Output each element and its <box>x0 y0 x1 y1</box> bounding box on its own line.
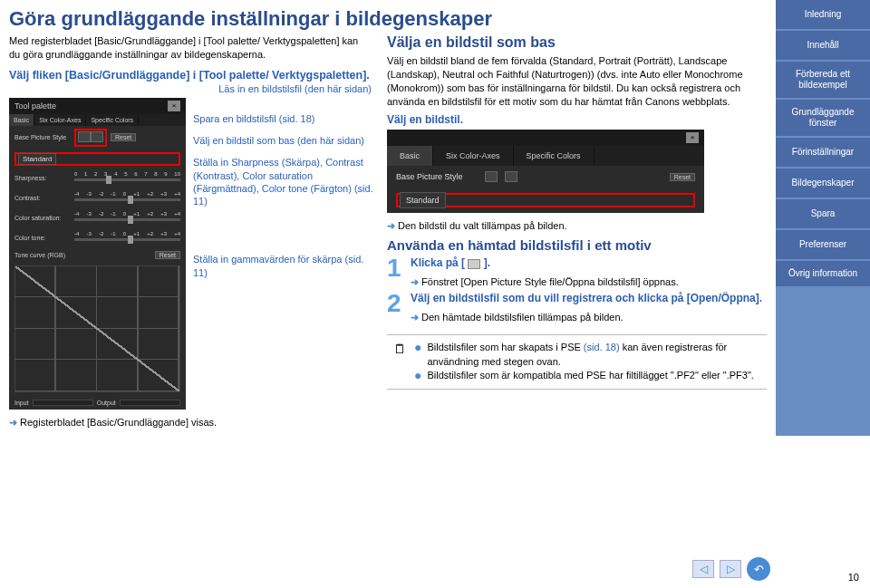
prev-page-button[interactable]: ◁ <box>692 560 714 578</box>
read-style-link[interactable]: Läs in en bildstilsfil (den här sidan) <box>9 83 372 94</box>
tool-palette-figure: Tool palette × Basic Six Color-Axes Spec… <box>9 98 186 410</box>
step2-note: Den hämtade bildstilsfilen tillämpas på … <box>411 312 767 323</box>
annot-gamma[interactable]: Ställa in gammavärden för skärpa (sid. 1… <box>193 253 376 279</box>
output-label: Output <box>97 400 116 406</box>
note-icon: 🗒 <box>391 341 409 382</box>
register-note: Registerbladet [Basic/Grundläggande] vis… <box>9 417 376 429</box>
close-icon: × <box>686 132 699 143</box>
save-file-icon <box>505 171 517 182</box>
reset-button: Reset <box>670 173 695 181</box>
nav-save[interactable]: Spara <box>776 199 870 228</box>
output-box <box>120 400 180 406</box>
save-file-icon <box>91 131 103 142</box>
highlight-box <box>74 129 107 147</box>
open-file-icon <box>78 131 91 142</box>
base-style-label: Base Picture Style <box>14 134 71 140</box>
tab-specific: Specific Colors <box>86 114 139 126</box>
highlight-box-select: Standard <box>14 152 180 166</box>
step-number: 1 <box>387 256 409 279</box>
back-button[interactable]: ↶ <box>747 557 770 581</box>
tab-basic: Basic <box>387 146 433 166</box>
nav-presets[interactable]: Förinställningar <box>776 138 870 167</box>
section-body: Välj en bildstil bland de fem förvalda (… <box>387 54 767 108</box>
section-title: Välja en bildstil som bas <box>387 34 767 51</box>
style-select: Standard <box>18 153 56 165</box>
reset-curve-button: Reset <box>155 251 180 259</box>
nav-intro[interactable]: Inledning <box>776 0 870 29</box>
step-instruction: Välj fliken [Basic/Grundläggande] i [Too… <box>9 69 372 82</box>
sharpness-slider: 012345678910 <box>74 171 180 186</box>
nav-other[interactable]: Övrig information <box>776 261 870 286</box>
next-page-button[interactable]: ▷ <box>720 560 741 578</box>
annot-save[interactable]: Spara en bildstilsfil (sid. 18) <box>193 112 376 125</box>
reset-button: Reset <box>111 133 136 141</box>
nav-prefs[interactable]: Preferenser <box>776 230 870 259</box>
step1-note: Fönstret [Open Picture Style file/Öppna … <box>411 276 767 288</box>
saturation-slider: -4-3-2-10+1+2+3+4 <box>74 211 180 226</box>
tone-slider: -4-3-2-10+1+2+3+4 <box>74 231 180 246</box>
tone-label: Color tone: <box>14 235 71 241</box>
tab-six-color: Six Color-Axes <box>34 114 86 126</box>
annot-sharpness[interactable]: Ställa in Sharpness (Skärpa), Contrast (… <box>193 156 376 207</box>
page-nav: ◁ ▷ ↶ <box>692 557 770 581</box>
tab-specific: Specific Colors <box>514 146 594 166</box>
panel-title: Tool palette <box>14 101 56 111</box>
bullet-icon: ● <box>414 369 421 382</box>
close-icon: × <box>168 101 180 111</box>
tip-box: 🗒 ●Bildstilsfiler som har skapats i PSE … <box>387 334 767 389</box>
intro-text: Med registerbladet [Basic/Grundläggande]… <box>9 34 372 62</box>
step-number: 2 <box>387 292 409 314</box>
nav-prepare[interactable]: Förbereda ett bildexempel <box>776 62 870 98</box>
nav-sidebar: Inledning Innehåll Förbereda ett bildexe… <box>776 0 870 436</box>
tip-2: Bildstilsfiler som är kompatibla med PSE… <box>427 369 753 382</box>
nav-contents[interactable]: Innehåll <box>776 31 870 60</box>
contrast-label: Contrast: <box>14 195 71 201</box>
folder-icon <box>468 259 480 269</box>
sharpness-label: Sharpness: <box>14 175 71 181</box>
downloaded-style-title: Använda en hämtad bildstilsfil i ett mot… <box>387 237 767 253</box>
curve-label: Tone curve (RGB) <box>14 252 71 258</box>
tip-1: Bildstilsfiler som har skapats i PSE (si… <box>427 341 763 369</box>
style-select: Standard <box>400 192 446 208</box>
applied-note: Den bildstil du valt tillämpas på bilden… <box>387 220 767 232</box>
style-select-figure: × Basic Six Color-Axes Specific Colors B… <box>387 130 704 213</box>
nav-image-props[interactable]: Bildegenskaper <box>776 169 870 198</box>
step1-title: Klicka på [ ]. <box>411 256 490 269</box>
page-title: Göra grundläggande inställningar i bilde… <box>9 7 767 31</box>
input-box <box>33 400 93 406</box>
nav-basic-windows[interactable]: Grundläggande fönster <box>776 100 870 136</box>
tab-six-color: Six Color-Axes <box>433 146 514 166</box>
base-style-label: Base Picture Style <box>396 172 478 181</box>
tone-curve-graph <box>14 265 180 392</box>
page-number: 10 <box>848 572 859 583</box>
open-file-icon <box>485 171 498 182</box>
saturation-label: Color saturation: <box>14 215 71 221</box>
tab-basic: Basic <box>9 114 34 126</box>
input-label: Input <box>14 400 29 406</box>
annot-select-base[interactable]: Välj en bildstil som bas (den här sidan) <box>193 134 376 147</box>
step2-title: Välj en bildstilsfil som du vill registr… <box>411 292 762 304</box>
highlight-box-select: Standard <box>396 193 695 207</box>
contrast-slider: -4-3-2-10+1+2+3+4 <box>74 191 180 206</box>
select-style-step: Välj en bildstil. <box>387 113 767 126</box>
tip-page-link[interactable]: (sid. 18) <box>584 342 620 352</box>
bullet-icon: ● <box>414 341 421 369</box>
